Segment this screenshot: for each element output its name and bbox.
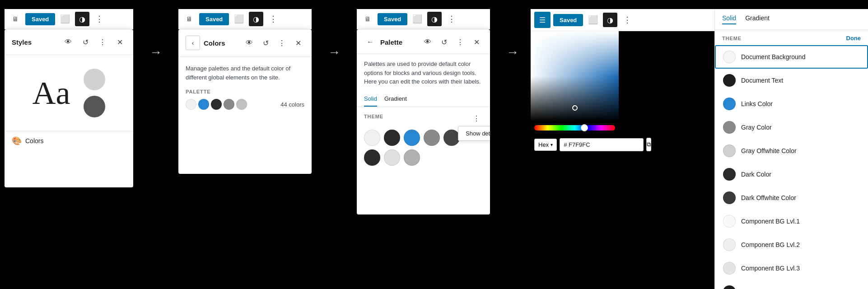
columns-icon-3[interactable]: ⬜ (410, 12, 425, 26)
more-icon-1[interactable]: ⋮ (92, 12, 107, 26)
circle-3[interactable] (424, 130, 440, 146)
saved-button-4[interactable]: Saved (553, 14, 583, 26)
tab-gradient-right[interactable]: Gradient (745, 14, 770, 24)
color-list-item[interactable]: Component BG Lvl.3 (715, 256, 868, 280)
contrast-icon-2[interactable]: ◑ (249, 12, 263, 26)
hamburger-button[interactable]: ☰ (534, 12, 551, 28)
colors-label: Colors (25, 137, 43, 144)
saved-button-2[interactable]: Saved (199, 13, 229, 25)
theme-label-3: THEME (364, 114, 383, 119)
arrow-1: → (138, 9, 174, 60)
palette-dots (186, 99, 247, 110)
color-list-item[interactable]: Document Background (715, 45, 868, 69)
circle-5[interactable] (364, 149, 380, 166)
saved-button-1[interactable]: Saved (25, 13, 55, 25)
color-swatch-1 (723, 74, 736, 87)
eye-button-1[interactable]: 👁 (62, 36, 75, 48)
theme-label-right: THEME (722, 36, 742, 41)
close-button-2[interactable]: ✕ (292, 37, 304, 49)
close-button-3[interactable]: ✕ (470, 36, 483, 48)
tab-gradient-3[interactable]: Gradient (384, 92, 407, 107)
back-button-3[interactable]: ← (364, 36, 377, 48)
history-button-3[interactable]: ↺ (438, 36, 450, 48)
color-list: Document Background Document Text Links … (715, 43, 868, 289)
more-icon-2[interactable]: ⋮ (266, 12, 280, 26)
color-name-6: Dark Offwhite Color (741, 194, 796, 201)
color-list-item[interactable]: Dark Color (715, 163, 868, 186)
back-button-2[interactable]: ‹ (186, 36, 200, 50)
panel2-title: Colors (204, 39, 225, 47)
circle-2[interactable] (404, 130, 420, 146)
color-name-2: Links Color (741, 100, 773, 107)
section-4: ☰ Saved ⬜ ◑ ⋮ Hex ▾ (531, 9, 868, 280)
hue-slider-wrap (531, 121, 619, 134)
color-name-3: Gray Color (741, 124, 772, 131)
color-name-5: Dark Color (741, 171, 771, 178)
color-preview-light (84, 69, 105, 90)
columns-icon-2[interactable]: ⬜ (232, 12, 246, 26)
saved-button-3[interactable]: Saved (378, 13, 407, 25)
circle-4[interactable] (443, 130, 460, 146)
more-button-3[interactable]: ⋮ (454, 36, 467, 48)
monitor-icon-3[interactable]: 🖥 (360, 12, 375, 26)
hex-select[interactable]: Hex ▾ (534, 139, 557, 151)
gradient-picker[interactable] (531, 31, 619, 121)
drop-icon: 🎨 (12, 136, 22, 146)
more-button-1[interactable]: ⋮ (96, 36, 109, 48)
circle-6[interactable] (384, 149, 400, 166)
color-list-item[interactable]: Document Text (715, 69, 868, 92)
gradient-picker-area: Hex ▾ ⧉ (531, 31, 619, 155)
eye-button-3[interactable]: 👁 (421, 36, 434, 48)
chevron-down-icon: ▾ (551, 142, 553, 147)
tab-solid-right[interactable]: Solid (722, 14, 736, 24)
colors-menu-item[interactable]: 🎨 Colors (5, 131, 133, 150)
arrow-3: → (495, 9, 531, 60)
contrast-icon-3[interactable]: ◑ (427, 12, 442, 26)
history-button-1[interactable]: ↺ (79, 36, 92, 48)
contrast-icon-4[interactable]: ◑ (603, 13, 617, 27)
color-list-item[interactable]: Component Text Lvl.1 (715, 280, 868, 289)
circle-1[interactable] (384, 130, 400, 146)
color-name-1: Document Text (741, 77, 783, 84)
columns-icon-4[interactable]: ⬜ (586, 13, 600, 27)
columns-icon-1[interactable]: ⬜ (58, 12, 72, 26)
theme-section-3: THEME ⋮ Show details (357, 107, 490, 169)
done-button[interactable]: Done (846, 35, 861, 42)
copy-button[interactable]: ⧉ (646, 138, 651, 151)
color-swatch-4 (723, 144, 736, 157)
eye-button-2[interactable]: 👁 (243, 37, 256, 49)
close-button-1[interactable]: ✕ (113, 36, 126, 48)
more-button-2[interactable]: ⋮ (275, 37, 288, 49)
color-list-item[interactable]: Dark Offwhite Color (715, 186, 868, 210)
color-swatch-8 (723, 238, 736, 251)
color-name-9: Component BG Lvl.3 (741, 265, 800, 272)
more-icon-3[interactable]: ⋮ (444, 12, 459, 26)
gradient-picker-cursor (572, 105, 578, 111)
show-details-button[interactable]: Show details (458, 126, 490, 141)
color-list-item[interactable]: Component BG Lvl.1 (715, 210, 868, 233)
color-swatch-2 (723, 98, 736, 110)
palette-section-label: PALETTE (186, 89, 304, 94)
history-button-2[interactable]: ↺ (259, 37, 272, 49)
monitor-icon-1[interactable]: 🖥 (8, 12, 23, 26)
palette-count: 44 colors (280, 101, 304, 108)
color-list-item[interactable]: Gray Offwhite Color (715, 139, 868, 163)
color-swatch-7 (723, 215, 736, 228)
more-icon-4[interactable]: ⋮ (620, 13, 635, 27)
monitor-icon-2[interactable]: 🖥 (182, 12, 196, 26)
circle-7[interactable] (404, 149, 420, 166)
panel2-desc: Manage palettes and the default color of… (186, 64, 304, 82)
tab-solid-3[interactable]: Solid (364, 92, 377, 107)
color-swatch-3 (723, 121, 736, 134)
color-swatch-10 (723, 285, 736, 289)
color-list-item[interactable]: Links Color (715, 92, 868, 116)
circle-0[interactable] (364, 130, 380, 146)
color-list-item[interactable]: Gray Color (715, 116, 868, 139)
hue-slider[interactable] (534, 125, 615, 131)
hex-input[interactable] (560, 138, 644, 151)
theme-more-3[interactable]: ⋮ (470, 112, 483, 125)
color-swatch-5 (723, 168, 736, 181)
contrast-icon-1[interactable]: ◑ (75, 12, 89, 26)
color-list-item[interactable]: Component BG Lvl.2 (715, 233, 868, 256)
palette-row: 44 colors (186, 99, 304, 110)
